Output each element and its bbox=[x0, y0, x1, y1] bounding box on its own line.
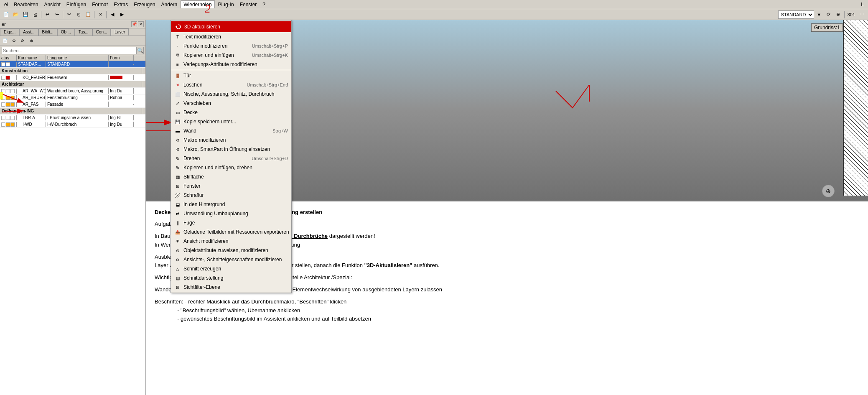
dropdown-item-kopieren[interactable]: ⧉ Kopieren und einfügen Umschalt+Strg+K bbox=[171, 51, 291, 60]
convert-icon: ⇄ bbox=[174, 210, 181, 217]
table-row[interactable]: I-WD I-W-Durchbruch Ing Du bbox=[0, 121, 145, 128]
create-section-icon: △ bbox=[174, 265, 181, 272]
menu-format[interactable]: Format bbox=[89, 1, 110, 8]
table-row[interactable]: STANDAR... STANDARD bbox=[0, 61, 145, 68]
dropdown-item-schnitt-erzeugen[interactable]: △ Schnitt erzeugen bbox=[171, 264, 291, 273]
search-btn[interactable]: 🔍 bbox=[136, 47, 144, 54]
paste-btn[interactable]: 📋 bbox=[84, 10, 93, 19]
dropdown-item-sichtfilter[interactable]: ⊟ Sichtfilter-Ebene bbox=[171, 283, 291, 292]
dropdown-item-ansicht-schnitt[interactable]: ⊘ Ansichts-, Schnitteigenschaften modifi… bbox=[171, 255, 291, 264]
style-dropdown[interactable]: ▼ bbox=[815, 10, 824, 19]
dropdown-item-loeschen[interactable]: ✕ Löschen Umschalt+Strg+Entf bbox=[171, 80, 291, 89]
dropdown-item-verschieben[interactable]: ⤢ Verschieben bbox=[171, 99, 291, 108]
copy-btn[interactable]: ⎘ bbox=[74, 10, 83, 19]
menu-help[interactable]: ? bbox=[260, 1, 268, 8]
open-btn[interactable]: 📂 bbox=[11, 10, 20, 19]
row-long: STANDARD bbox=[46, 61, 109, 67]
attr-icon: ≡ bbox=[174, 61, 181, 68]
row-form: Ing Br bbox=[109, 115, 134, 120]
row-form bbox=[109, 104, 134, 105]
cut-btn[interactable]: ✂ bbox=[64, 10, 74, 19]
dropdown-item-verlattr[interactable]: ≡ Verlegungs-Attribute modifizieren bbox=[171, 60, 291, 69]
more-btn[interactable]: ⋯ bbox=[857, 10, 866, 19]
dropdown-item-schnittdarstellung[interactable]: ▤ Schnittdarstellung bbox=[171, 273, 291, 283]
table-row[interactable]: AR_WA_WD Wanddurchbruch, Aussparung Ing … bbox=[0, 88, 145, 94]
table-row-group[interactable]: Architektur bbox=[0, 81, 145, 88]
dropdown-item-tuer[interactable]: 🚪 Tür bbox=[171, 71, 291, 80]
dropdown-item-3d-aktualisieren[interactable]: 3D aktualisieren bbox=[171, 21, 291, 32]
refresh-btn[interactable]: ⟳ bbox=[824, 10, 833, 19]
search-input[interactable] bbox=[2, 47, 136, 54]
dropdown-label-verlattr: Verlegungs-Attribute modifizieren bbox=[183, 61, 257, 67]
dropdown-item-drehen[interactable]: ↻ Drehen Umschalt+Strg+D bbox=[171, 154, 291, 163]
menu-aendern[interactable]: Ändern bbox=[159, 1, 180, 8]
table-row-group[interactable]: Konstruktion bbox=[0, 68, 145, 74]
export-icon: 📤 bbox=[174, 229, 181, 235]
macro-icon: ⚙ bbox=[174, 137, 181, 143]
table-row[interactable]: I-BR-A I-Brüstungslinie aussen Ing Br bbox=[0, 115, 145, 121]
table-row-group[interactable]: Oeffnungen-ING bbox=[0, 108, 145, 115]
menu-extras[interactable]: Extras bbox=[111, 1, 130, 8]
table-row[interactable]: AR_FAS Fassade bbox=[0, 101, 145, 108]
panel-expand-btn[interactable]: ⊕ bbox=[27, 37, 36, 45]
dropdown-item-teilbilder[interactable]: 📤 Geladene Teilbilder mit Ressourcen exp… bbox=[171, 227, 291, 237]
dropdown-item-text-modifizieren[interactable]: T Text modifizieren bbox=[171, 32, 291, 41]
filter-icon: ⊟ bbox=[174, 284, 181, 291]
tab-eige[interactable]: Eige... bbox=[0, 28, 19, 36]
dropdown-item-fenster[interactable]: ⊞ Fenster bbox=[171, 181, 291, 191]
dropdown-item-punkte[interactable]: · Punkte modifizieren Umschalt+Strg+P bbox=[171, 41, 291, 51]
dropdown-item-ansicht-mod[interactable]: 👁 Ansicht modifizieren bbox=[171, 237, 291, 246]
panel-pin-btn[interactable]: 📌 bbox=[131, 21, 137, 27]
dropdown-item-objattr[interactable]: ⊙ Objektattribute zuweisen, modifizieren bbox=[171, 246, 291, 255]
forward-btn[interactable]: ▶ bbox=[117, 10, 127, 19]
redo-btn[interactable]: ↪ bbox=[52, 10, 61, 19]
dropdown-item-hintergrund[interactable]: ⬓ In den Hintergrund bbox=[171, 200, 291, 209]
dropdown-item-fuge[interactable]: ∥ Fuge bbox=[171, 218, 291, 227]
menu-wiederholen[interactable]: Wiederholen bbox=[181, 0, 214, 8]
print-btn[interactable]: 🖨 bbox=[31, 10, 40, 19]
menu-einfuegen[interactable]: Einfügen bbox=[64, 1, 89, 8]
tab-layer[interactable]: Layer bbox=[111, 28, 129, 36]
dropdown-label-stilflaeche: Stilfläche bbox=[183, 174, 204, 180]
tab-obj[interactable]: Obj... bbox=[57, 28, 75, 36]
save-btn[interactable]: 💾 bbox=[21, 10, 30, 19]
tab-tas[interactable]: Tas... bbox=[75, 28, 92, 36]
panel-settings-btn[interactable]: ⚙ bbox=[10, 37, 18, 45]
dropdown-item-stilflaeche[interactable]: ▦ Stilfläche bbox=[171, 172, 291, 181]
dropdown-item-schraffur[interactable]: Schraffur bbox=[171, 191, 291, 200]
table-row[interactable]: AR_BRUEST Fensterbrüstung Rohba bbox=[0, 94, 145, 101]
dropdown-item-kopie-speichern[interactable]: 💾 Kopie speichern unter... bbox=[171, 117, 291, 126]
tab-con[interactable]: Con... bbox=[92, 28, 111, 36]
panel-close-btn[interactable]: ✕ bbox=[138, 21, 144, 27]
dropdown-item-kopieren-drehen[interactable]: ↻ Kopieren und einfügen, drehen bbox=[171, 163, 291, 172]
tab-bibli[interactable]: Bibli... bbox=[38, 28, 57, 36]
delete-btn[interactable]: ✕ bbox=[96, 10, 105, 19]
dropdown-item-umwandlung[interactable]: ⇄ Umwandlung Umbauplanung bbox=[171, 209, 291, 218]
tab-assi[interactable]: Assi... bbox=[19, 28, 38, 36]
col-header-status: atus bbox=[0, 55, 17, 61]
menu-plugin[interactable]: Plug-In bbox=[216, 1, 237, 8]
door-icon: 🚪 bbox=[174, 72, 181, 79]
dropdown-label-tuer: Tür bbox=[183, 73, 191, 79]
dropdown-item-wand[interactable]: ▬ Wand Strg+W bbox=[171, 126, 291, 135]
menu-ansicht[interactable]: Ansicht bbox=[41, 1, 63, 8]
undo-btn[interactable]: ↩ bbox=[43, 10, 52, 19]
style-select[interactable]: STANDARD bbox=[778, 10, 814, 19]
back-btn[interactable]: ◀ bbox=[108, 10, 117, 19]
panel-refresh-btn[interactable]: ⟳ bbox=[18, 37, 27, 45]
menu-erzeugen[interactable]: Erzeugen bbox=[131, 1, 158, 8]
menu-datei[interactable]: ei bbox=[2, 1, 10, 8]
compass[interactable]: ⊕ bbox=[822, 185, 835, 197]
panel-new-btn[interactable]: 📄 bbox=[1, 37, 9, 45]
table-row[interactable]: KO_FEUER Feuerwehr bbox=[0, 74, 145, 81]
dropdown-item-makro-smart[interactable]: ⚙ Makro, SmartPart in Öffnung einsetzen bbox=[171, 145, 291, 154]
dropdown-item-makro-mod[interactable]: ⚙ Makro modifizieren bbox=[171, 135, 291, 145]
menu-bearbeiten[interactable]: Bearbeiten bbox=[11, 1, 41, 8]
zoom-btn[interactable]: ⊕ bbox=[834, 10, 843, 19]
menu-fenster[interactable]: Fenster bbox=[237, 1, 260, 8]
hatch-icon bbox=[174, 192, 181, 199]
new-btn[interactable]: 📄 bbox=[2, 10, 11, 19]
dropdown-item-decke[interactable]: ▭ Decke bbox=[171, 108, 291, 117]
dropdown-item-nische[interactable]: ⬜ Nische, Aussparung, Schlitz, Durchbruc… bbox=[171, 89, 291, 99]
menu-last[interactable]: L bbox=[858, 1, 866, 8]
